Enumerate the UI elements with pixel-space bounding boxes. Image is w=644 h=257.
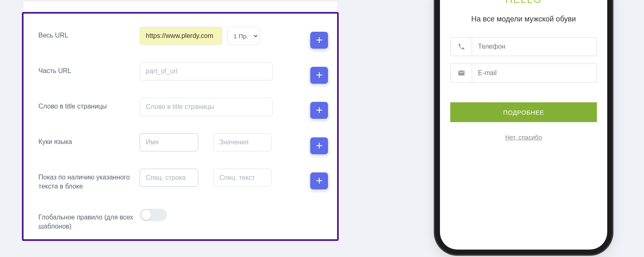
popup-no-thanks[interactable]: Нет, спасибо — [450, 134, 597, 141]
label-cookie: Куки языка — [38, 133, 140, 146]
row-global-rule: Глобальное правило (для всех шаблонов) — [38, 209, 322, 231]
input-part-url[interactable] — [140, 62, 273, 80]
label-full-url: Весь URL — [38, 27, 140, 40]
row-part-url: Часть URL — [38, 62, 322, 80]
plus-icon — [316, 106, 322, 115]
plus-icon — [316, 35, 322, 45]
label-text-block: Показ по наличию указанного текста в бло… — [38, 169, 140, 191]
email-input[interactable] — [472, 64, 596, 82]
select-url-rule[interactable]: 1 Пр. — [227, 27, 259, 45]
controls-cookie — [140, 133, 272, 151]
input-full-url[interactable] — [140, 27, 222, 45]
toggle-knob — [141, 210, 151, 220]
row-cookie: Куки языка — [38, 133, 322, 151]
controls-global-rule — [140, 209, 167, 221]
svg-rect-7 — [316, 145, 322, 146]
svg-rect-9 — [316, 180, 322, 181]
svg-rect-3 — [316, 75, 322, 75]
phone-icon — [451, 38, 472, 56]
rules-settings-panel: Весь URL 1 Пр. Часть URL Слово в title с… — [22, 12, 339, 241]
controls-text-block — [140, 169, 272, 187]
phone-content: HELLO На все модели мужской обуви ПОДРОБ… — [440, 0, 607, 141]
phone-preview: HELLO На все модели мужской обуви ПОДРОБ… — [440, 0, 607, 250]
row-text-block: Показ по наличию указанного текста в бло… — [38, 169, 322, 191]
input-text-text[interactable] — [213, 169, 272, 187]
add-title-word-button[interactable] — [310, 102, 328, 119]
label-title-word: Слово в title страницы — [38, 98, 140, 111]
svg-rect-5 — [316, 110, 322, 111]
email-icon — [451, 64, 472, 82]
plus-icon — [316, 141, 322, 151]
controls-part-url — [140, 62, 273, 80]
phone-field-wrap — [450, 37, 597, 56]
svg-rect-1 — [316, 40, 322, 40]
popup-submit-button[interactable]: ПОДРОБНЕЕ — [450, 102, 597, 122]
add-url-button[interactable] — [310, 32, 328, 49]
plus-icon — [316, 71, 322, 80]
controls-full-url: 1 Пр. — [140, 27, 259, 45]
input-title-word[interactable] — [140, 98, 273, 116]
email-field-wrap — [450, 64, 597, 83]
label-part-url: Часть URL — [38, 62, 140, 75]
add-text-block-button[interactable] — [310, 172, 328, 189]
add-part-url-button[interactable] — [310, 67, 328, 84]
popup-title: HELLO — [450, 0, 597, 5]
plus-icon — [316, 176, 322, 186]
row-full-url: Весь URL 1 Пр. — [38, 27, 322, 45]
label-global-rule: Глобальное правило (для всех шаблонов) — [38, 209, 140, 231]
add-cookie-button[interactable] — [310, 137, 328, 154]
input-cookie-value[interactable] — [213, 133, 272, 151]
popup-subtitle: На все модели мужской обуви — [450, 14, 597, 25]
input-text-row[interactable] — [140, 169, 198, 187]
input-cookie-name[interactable] — [140, 133, 198, 151]
controls-title-word — [140, 98, 273, 116]
row-title-word: Слово в title страницы — [38, 98, 322, 116]
toggle-global-rule[interactable] — [140, 209, 167, 221]
phone-input[interactable] — [472, 38, 596, 56]
